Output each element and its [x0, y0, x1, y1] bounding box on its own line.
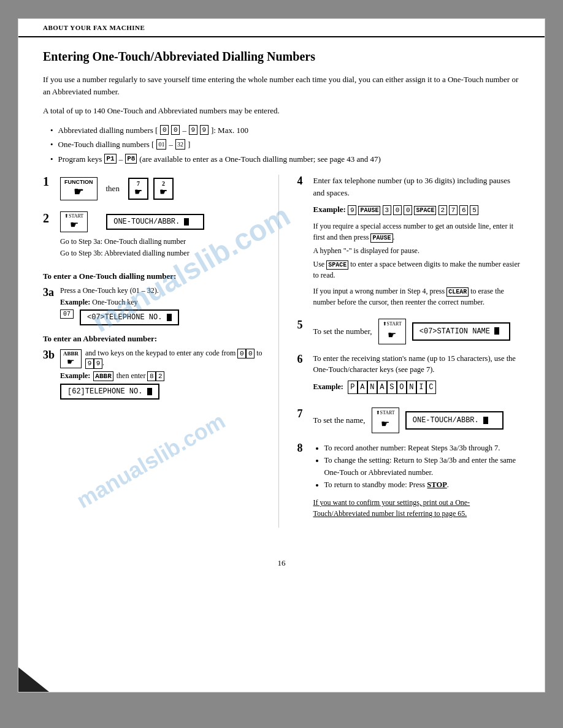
abbr-key: ABBR ☛ [60, 349, 82, 368]
step-8-number: 8 [297, 442, 307, 455]
step-3a-content: Press a One-Touch key (01 – 32). Example… [60, 286, 179, 325]
cursor-1 [184, 218, 189, 226]
step-7-start-key: ⬆START ☛ [372, 408, 399, 433]
step-8-content: To record another number: Repeat Steps 3… [313, 442, 521, 519]
bullet-2: One-Touch dialling numbers [01 – 32 ] [50, 138, 520, 151]
char-I: I [416, 381, 426, 394]
key-7: 7 ☛ [128, 178, 148, 200]
goto-3b: Go to Step 3b: Abbreviated dialling numb… [60, 249, 266, 258]
step-7-content: To set the name, ⬆START ☛ ONE-TOUCH/ABBR… [313, 408, 521, 433]
step-3a-section: To enter a One-Touch dialling number: 3a… [43, 271, 266, 325]
char-A2: A [377, 381, 387, 394]
step-3b-screen-text: [62]TELEPHONE NO. [67, 387, 142, 396]
header-title: ABOUT YOUR FAX MACHINE [43, 24, 145, 31]
bullet-section: A total of up to 140 One-Touch and Abbre… [43, 105, 520, 165]
step-7-screen: ONE-TOUCH/ABBR. [405, 411, 504, 430]
step-8-footer: If you want to confirm your settings, pr… [313, 497, 521, 519]
step-5-number: 5 [297, 319, 307, 332]
two-column-layout: 1 FUNCTION ☛ then 7 ☛ [43, 175, 520, 528]
step-5-screen: <07>STATION NAME [412, 322, 510, 341]
step-4-note3: Use SPACE to enter a space between digit… [313, 259, 521, 281]
step-3b-screen-wrap: [62]TELEPHONE NO. [60, 384, 266, 400]
step-4-block: 4 Enter fax telephone number (up to 36 d… [297, 175, 521, 310]
step-2-goto: Go to Step 3a: One-Touch dialling number… [60, 237, 266, 258]
example-label-3a: Example: [60, 298, 90, 306]
char-O: O [397, 381, 407, 394]
step-8-bullet-1: To record another number: Repeat Steps 3… [324, 442, 521, 454]
intro-paragraph-1: If you use a number regularly to save yo… [43, 74, 520, 97]
step-3a-example: Example: One-Touch key [60, 298, 179, 307]
char-C: C [426, 381, 436, 394]
char-S: S [387, 381, 397, 394]
step-6-text: To enter the receiving station's name (u… [313, 353, 521, 376]
intro-paragraph-2: A total of up to 140 One-Touch and Abbre… [43, 105, 520, 117]
step-5-row: To set the number, ⬆START ☛ <07>STATION … [313, 319, 521, 344]
step-8-bullet-3: To return to standby mode: Press STOP. [324, 479, 521, 491]
step-3a-heading: To enter a One-Touch dialling number: [43, 271, 266, 281]
step-3a-display: 07 <07>TELEPHONE NO. [60, 309, 179, 325]
step-6-example: Example: P A N A S O N I C [313, 378, 521, 396]
step-2-content: ⬆START ☛ ONE-TOUCH/ABBR. Go to Step 3a: … [60, 211, 266, 260]
hand-step5: ☛ [388, 328, 396, 343]
step-6-content: To enter the receiving station's name (u… [313, 353, 521, 400]
char-N2: N [407, 381, 416, 394]
hand-icon-1: ☛ [74, 185, 83, 199]
step-1-block: 1 FUNCTION ☛ then 7 ☛ [43, 175, 266, 200]
step-7-screen-text: ONE-TOUCH/ABBR. [413, 416, 479, 425]
step-4-note2: A hyphen "-" is displayed for pause. [313, 245, 521, 256]
step-3b-keys-row: ABBR ☛ and two keys on the keypad to ent… [60, 349, 266, 369]
step-8-bullets: To record another number: Repeat Steps 3… [313, 442, 521, 491]
main-content: Entering One-Touch/Abbreviated Dialling … [18, 37, 545, 552]
step-3b-desc: and two keys on the keypad to enter any … [85, 349, 266, 369]
step-2-screen: ONE-TOUCH/ABBR. [106, 214, 204, 230]
step-8-bullet-2: To change the setting: Return to Step 3a… [324, 454, 521, 479]
cursor-3a [167, 314, 172, 321]
hand-2: ☛ [159, 187, 167, 197]
char-P: P [348, 381, 358, 394]
step-2-keys-row: ⬆START ☛ ONE-TOUCH/ABBR. [60, 211, 266, 232]
step-3a-label: 3a [43, 286, 55, 299]
panasonic-display: P A N A S O N I C [348, 381, 436, 394]
cursor-5 [494, 327, 499, 335]
step-1-keys: FUNCTION ☛ then 7 ☛ 2 ☛ [60, 177, 266, 200]
step-2-number: 2 [43, 211, 55, 226]
step-7-row: To set the name, ⬆START ☛ ONE-TOUCH/ABBR… [313, 408, 521, 433]
step-5-text: To set the number, [313, 325, 372, 338]
one-touch-key-display: 07 [60, 309, 74, 319]
step-4-content: Enter fax telephone number (up to 36 dig… [313, 175, 521, 310]
goto-3a: Go to Step 3a: One-Touch dialling number [60, 237, 266, 246]
step-5-content: To set the number, ⬆START ☛ <07>STATION … [313, 319, 521, 344]
bullet-1: Abbreviated dialling numbers [00 – 99]: … [50, 124, 520, 137]
step-3b-block: 3b ABBR ☛ and two keys on the keypad to … [43, 349, 266, 400]
char-N: N [367, 381, 377, 394]
hand-step7: ☛ [381, 417, 389, 431]
step-5-start-key: ⬆START ☛ [378, 319, 406, 344]
step-3a-screen-text: <07>TELEPHONE NO. [87, 313, 162, 322]
corner-decoration [18, 667, 49, 692]
right-column: 4 Enter fax telephone number (up to 36 d… [291, 175, 521, 528]
abbr-example-key: ABBR [93, 371, 113, 381]
hand-7: ☛ [134, 187, 142, 197]
step-3b-screen: [62]TELEPHONE NO. [60, 384, 159, 400]
step-3a-desc: Press a One-Touch key (01 – 32). [60, 286, 179, 295]
function-key: FUNCTION ☛ [60, 177, 98, 200]
left-column: 1 FUNCTION ☛ then 7 ☛ [43, 175, 279, 528]
example-label-3b: Example: [60, 371, 90, 380]
step-3b-heading: To enter an Abbreviated number: [43, 334, 266, 344]
step-4-text: Enter fax telephone number (up to 36 dig… [313, 175, 521, 199]
step-2-block: 2 ⬆START ☛ ONE-TOUCH/ABBR. [43, 211, 266, 260]
bullet-3: Program keys P1 – P8 (are available to e… [50, 153, 520, 165]
hand-start: ☛ [70, 219, 79, 230]
example-label-6: Example: [313, 382, 343, 391]
page-header: ABOUT YOUR FAX MACHINE [18, 19, 545, 37]
char-A1: A [358, 381, 367, 394]
cursor-7 [483, 417, 488, 424]
step-6-block: 6 To enter the receiving station's name … [297, 353, 521, 400]
step-3a-screen: <07>TELEPHONE NO. [80, 309, 179, 325]
page-number: 16 [18, 558, 545, 580]
step-3b-section: To enter an Abbreviated number: 3b ABBR … [43, 334, 266, 400]
step-4-note4: If you input a wrong number in Step 4, p… [313, 286, 521, 308]
step-3b-label: 3b [43, 349, 55, 362]
step-6-number: 6 [297, 353, 307, 366]
step-4-number: 4 [297, 175, 307, 188]
